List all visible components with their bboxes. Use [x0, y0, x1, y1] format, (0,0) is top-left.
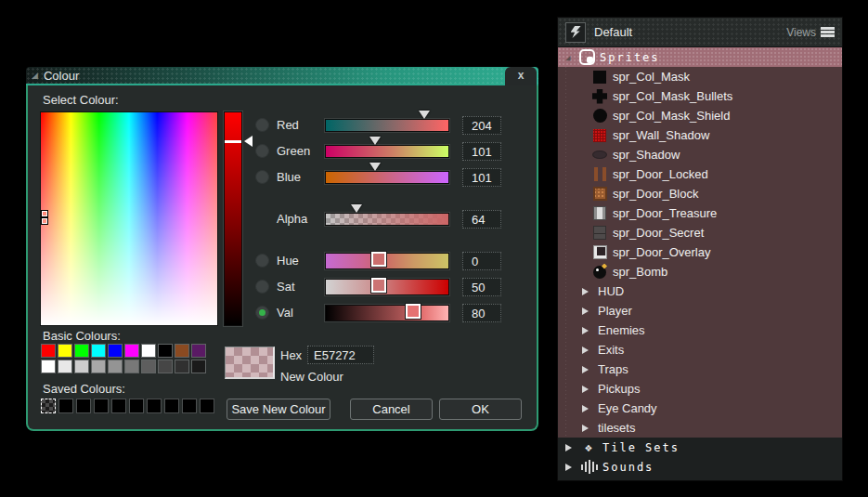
- value-input-green[interactable]: [462, 142, 501, 161]
- tree-row-spr_col_mask_shield[interactable]: spr_Col_Mask_Shield: [558, 106, 842, 125]
- value-input-red[interactable]: [462, 116, 501, 135]
- collapsed-triangle-icon[interactable]: [582, 288, 592, 295]
- value-bar-handle[interactable]: [225, 140, 241, 143]
- basic-colour-swatch-8[interactable]: [175, 344, 189, 358]
- slider-track-alpha[interactable]: [326, 214, 448, 225]
- tree-row-paths[interactable]: ↱Paths: [558, 477, 842, 481]
- basic-colour-swatch-15[interactable]: [124, 360, 139, 373]
- tree-row-spr_bomb[interactable]: spr_Bomb: [558, 262, 842, 281]
- slider-track-green[interactable]: [326, 146, 448, 157]
- colour-field-marker[interactable]: [42, 218, 47, 224]
- collapsed-triangle-icon[interactable]: [582, 307, 592, 315]
- tree-row-spr_col_mask[interactable]: spr_Col_Mask: [558, 67, 842, 86]
- tree-row-tile-sets[interactable]: ❖Tile Sets: [558, 438, 842, 457]
- close-button[interactable]: x: [505, 67, 537, 85]
- slider-handle-blue[interactable]: [369, 163, 381, 177]
- basic-colour-swatch-10[interactable]: [41, 360, 56, 373]
- tree-row-folder-tilesets[interactable]: tilesets: [558, 418, 842, 438]
- tree-row-spr_wall_shadow[interactable]: spr_Wall_Shadow: [558, 125, 842, 145]
- basic-colour-swatch-1[interactable]: [58, 344, 72, 358]
- tree-row-spr_door_block[interactable]: spr_Door_Block: [558, 184, 842, 203]
- saved-colour-swatch-4[interactable]: [111, 399, 126, 413]
- saved-colour-swatch-9[interactable]: [200, 399, 214, 413]
- saved-colour-swatch-6[interactable]: [147, 399, 162, 413]
- saved-colour-swatch-5[interactable]: [129, 399, 144, 413]
- basic-colour-swatch-17[interactable]: [158, 360, 173, 373]
- save-new-colour-button[interactable]: Save New Colour: [227, 399, 330, 420]
- tree-row-folder-player[interactable]: Player: [558, 301, 842, 320]
- expand-triangle-icon[interactable]: ◢: [565, 53, 575, 62]
- slider-handle-val[interactable]: [406, 304, 421, 319]
- basic-colour-swatch-5[interactable]: [124, 344, 139, 358]
- basic-colour-swatch-11[interactable]: [58, 360, 72, 373]
- saved-colour-swatch-1[interactable]: [58, 399, 73, 413]
- basic-colour-swatch-16[interactable]: [141, 360, 156, 373]
- slider-track-val[interactable]: [326, 306, 448, 320]
- tree-row-spr_door_locked[interactable]: spr_Door_Locked: [558, 164, 842, 184]
- saved-colour-swatch-8[interactable]: [182, 399, 197, 413]
- saved-colour-swatch-2[interactable]: [76, 399, 91, 413]
- radio-sat[interactable]: [255, 280, 269, 294]
- tree-row-folder-pickups[interactable]: Pickups: [558, 379, 842, 399]
- saved-colour-swatch-0[interactable]: [41, 399, 56, 413]
- colour-field[interactable]: [41, 112, 217, 325]
- tree-row-sounds[interactable]: Sounds: [558, 457, 842, 477]
- value-bar[interactable]: [225, 112, 241, 325]
- tree-row-folder-hud[interactable]: HUD: [558, 281, 842, 301]
- tree-row-spr_door_overlay[interactable]: spr_Door_Overlay: [558, 242, 842, 262]
- radio-val[interactable]: [255, 306, 269, 320]
- radio-hue[interactable]: [255, 254, 269, 268]
- tree-row-folder-enemies[interactable]: Enemies: [558, 320, 842, 340]
- value-input-sat[interactable]: [462, 278, 501, 296]
- saved-colour-swatch-3[interactable]: [94, 399, 109, 413]
- views-menu-button[interactable]: Views: [786, 26, 835, 39]
- hex-input[interactable]: [307, 346, 374, 364]
- slider-handle-sat[interactable]: [371, 278, 386, 293]
- collapsed-triangle-icon[interactable]: [582, 347, 592, 354]
- tree-row-sprites[interactable]: ◢Sprites: [558, 47, 842, 67]
- basic-colour-swatch-4[interactable]: [108, 344, 123, 358]
- slider-handle-alpha[interactable]: [351, 204, 362, 218]
- basic-colour-swatch-19[interactable]: [191, 360, 206, 373]
- slider-handle-green[interactable]: [369, 137, 381, 150]
- value-input-val[interactable]: [462, 304, 501, 322]
- workspace-icon[interactable]: [565, 22, 586, 43]
- saved-colour-swatch-7[interactable]: [164, 399, 179, 413]
- collapse-triangle-icon[interactable]: ◢: [32, 66, 38, 85]
- slider-track-red[interactable]: [326, 120, 448, 131]
- basic-colour-swatch-6[interactable]: [141, 344, 156, 358]
- basic-colour-swatch-3[interactable]: [91, 344, 106, 358]
- value-input-alpha[interactable]: [462, 210, 501, 229]
- radio-blue[interactable]: [255, 170, 269, 184]
- collapsed-triangle-icon[interactable]: [565, 464, 576, 471]
- tree-row-folder-eye-candy[interactable]: Eye Candy: [558, 399, 842, 418]
- basic-colour-swatch-14[interactable]: [108, 360, 123, 373]
- value-input-blue[interactable]: [462, 168, 501, 187]
- collapsed-triangle-icon[interactable]: [582, 405, 592, 412]
- slider-track-hue[interactable]: [326, 254, 448, 268]
- cancel-button[interactable]: Cancel: [350, 399, 433, 420]
- tree-row-spr_door_treasure[interactable]: spr_Door_Treasure: [558, 203, 842, 223]
- radio-green[interactable]: [255, 144, 269, 158]
- basic-colour-swatch-2[interactable]: [74, 344, 89, 358]
- basic-colour-swatch-0[interactable]: [41, 344, 56, 358]
- collapsed-triangle-icon[interactable]: [565, 444, 576, 451]
- tree-row-spr_door_secret[interactable]: spr_Door_Secret: [558, 223, 842, 242]
- tree-row-spr_shadow[interactable]: spr_Shadow: [558, 145, 842, 164]
- basic-colour-swatch-9[interactable]: [191, 344, 206, 358]
- basic-colour-swatch-7[interactable]: [158, 344, 173, 358]
- basic-colour-swatch-18[interactable]: [175, 360, 189, 373]
- collapsed-triangle-icon[interactable]: [582, 386, 592, 393]
- slider-handle-red[interactable]: [419, 111, 430, 124]
- tree-row-folder-exits[interactable]: Exits: [558, 340, 842, 360]
- tree-row-folder-traps[interactable]: Traps: [558, 360, 842, 379]
- tree-row-spr_col_mask_bullets[interactable]: spr_Col_Mask_Bullets: [558, 86, 842, 106]
- collapsed-triangle-icon[interactable]: [582, 366, 592, 373]
- collapsed-triangle-icon[interactable]: [582, 425, 592, 432]
- value-input-hue[interactable]: [462, 252, 501, 270]
- basic-colour-swatch-13[interactable]: [91, 360, 106, 373]
- ok-button[interactable]: OK: [439, 399, 522, 420]
- basic-colour-swatch-12[interactable]: [74, 360, 89, 373]
- slider-track-blue[interactable]: [326, 172, 448, 183]
- radio-red[interactable]: [255, 118, 269, 132]
